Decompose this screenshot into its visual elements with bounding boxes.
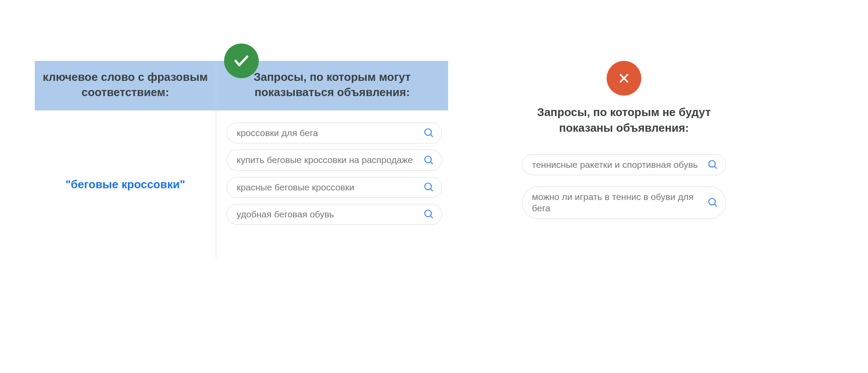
- search-pill: удобная беговая обувь: [227, 204, 442, 225]
- search-query-text: теннисные ракетки и спортивная обувь: [532, 159, 702, 170]
- svg-line-11: [714, 166, 716, 168]
- svg-point-4: [425, 183, 431, 190]
- search-query-text: кроссовки для бега: [237, 127, 418, 139]
- svg-line-7: [430, 216, 432, 218]
- match-table: ключевое слово с фразовым соответствием:…: [35, 61, 448, 258]
- search-query-text: красные беговые кроссовки: [237, 182, 418, 193]
- matching-panel: ключевое слово с фразовым соответствием:…: [35, 61, 448, 258]
- svg-point-0: [425, 129, 431, 136]
- search-icon: [423, 182, 435, 193]
- check-icon: [233, 52, 250, 70]
- table-content: "беговые кроссовки" кроссовки для бега к…: [35, 110, 448, 258]
- search-query-text: можно ли играть в теннис в обуви для бег…: [532, 191, 702, 214]
- keyword-cell: "беговые кроссовки": [35, 110, 216, 258]
- svg-point-2: [425, 156, 431, 163]
- check-badge: [224, 43, 259, 78]
- diagram-container: ключевое слово с фразовым соответствием:…: [35, 61, 735, 258]
- svg-line-1: [430, 135, 432, 137]
- search-pill: красные беговые кроссовки: [227, 177, 442, 198]
- search-pill: можно ли играть в теннис в обуви для бег…: [522, 186, 726, 219]
- nonmatch-list: теннисные ракетки и спортивная обувь мож…: [513, 154, 735, 219]
- svg-point-6: [425, 210, 431, 216]
- search-pill: купить беговые кроссовки на распродаже: [227, 150, 442, 170]
- search-pill: кроссовки для бега: [227, 123, 442, 143]
- search-icon: [707, 197, 719, 208]
- keyword-column-header: ключевое слово с фразовым соответствием:: [35, 61, 216, 110]
- keyword-text: "беговые кроссовки": [66, 178, 185, 191]
- svg-line-5: [430, 189, 432, 191]
- nonmatching-panel: Запросы, по которым не будут показаны об…: [513, 61, 735, 258]
- nonmatch-header: Запросы, по которым не будут показаны об…: [513, 104, 735, 136]
- search-query-text: удобная беговая обувь: [237, 209, 418, 220]
- search-icon: [423, 155, 435, 166]
- search-icon: [423, 127, 435, 139]
- x-badge: [607, 61, 641, 96]
- search-icon: [707, 159, 719, 170]
- svg-point-12: [709, 199, 715, 205]
- search-pill: теннисные ракетки и спортивная обувь: [522, 154, 726, 175]
- x-icon: [618, 72, 630, 84]
- search-query-text: купить беговые кроссовки на распродаже: [237, 154, 418, 166]
- matches-cell: кроссовки для бега купить беговые кроссо…: [216, 110, 448, 258]
- svg-point-10: [709, 160, 715, 167]
- svg-line-13: [714, 204, 716, 206]
- search-icon: [423, 209, 435, 220]
- svg-line-3: [430, 162, 432, 164]
